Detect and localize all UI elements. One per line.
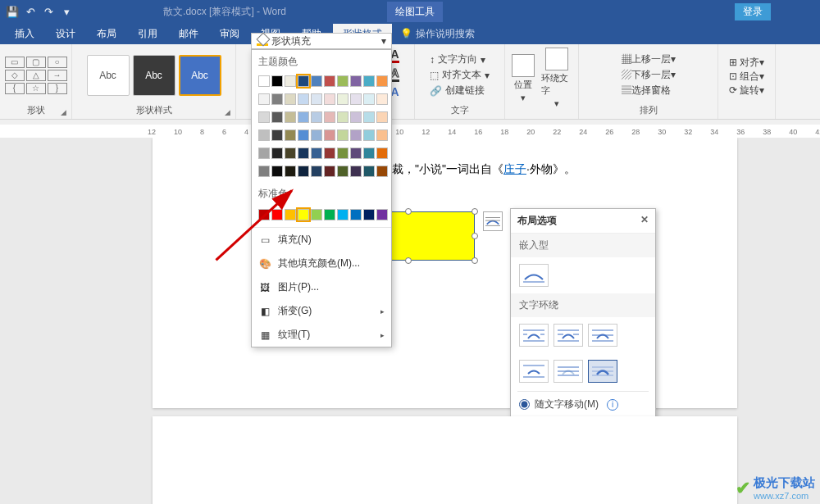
theme-tint-swatch[interactable] <box>258 111 270 123</box>
shape-style-gallery[interactable]: Abc Abc Abc <box>87 48 221 102</box>
theme-tint-swatch[interactable] <box>376 148 388 159</box>
theme-tint-swatch[interactable] <box>363 111 375 123</box>
rotate-button[interactable]: ⟳ 旋转▾ <box>729 84 764 98</box>
theme-tint-swatch[interactable] <box>363 129 375 141</box>
theme-tint-swatch[interactable] <box>337 111 348 123</box>
layout-front-option[interactable] <box>588 360 617 383</box>
theme-tint-swatch[interactable] <box>376 129 388 141</box>
texture-fill-item[interactable]: ▦纹理(T)▸ <box>252 323 391 347</box>
theme-tint-swatch[interactable] <box>258 129 270 141</box>
theme-color-swatch[interactable] <box>376 75 388 87</box>
theme-tint-swatch[interactable] <box>363 93 375 105</box>
standard-color-swatch[interactable] <box>298 209 309 220</box>
picture-fill-item[interactable]: 🖼图片(P)... <box>252 275 391 299</box>
theme-tint-swatch[interactable] <box>298 166 309 177</box>
standard-color-swatch[interactable] <box>285 209 296 220</box>
bring-forward-button[interactable]: ▦上移一层▾ <box>622 52 676 66</box>
tab-mail[interactable]: 邮件 <box>169 24 208 44</box>
no-fill-item[interactable]: ▭填充(N) <box>252 228 391 252</box>
align-text-button[interactable]: ⬚对齐文本▾ <box>430 68 490 82</box>
page-1[interactable]: 文学体裁，"小说"一词出自《庄子·外物》。 布局选项 ✕ 嵌入型 文字环 <box>153 138 737 408</box>
layout-tight-option[interactable] <box>554 324 583 347</box>
theme-tint-swatch[interactable] <box>324 129 335 141</box>
theme-tint-swatch[interactable] <box>298 148 309 159</box>
layout-square-option[interactable] <box>519 324 549 347</box>
tab-layout[interactable]: 布局 <box>87 24 126 44</box>
theme-color-swatch[interactable] <box>350 75 362 87</box>
theme-tint-swatch[interactable] <box>376 111 388 123</box>
standard-color-swatch[interactable] <box>311 209 322 220</box>
theme-tint-swatch[interactable] <box>350 166 362 177</box>
theme-tint-swatch[interactable] <box>271 129 283 141</box>
theme-tint-swatch[interactable] <box>298 129 309 141</box>
theme-color-swatch[interactable] <box>311 75 322 87</box>
group-objects-button[interactable]: ⊡ 组合▾ <box>729 70 764 84</box>
dialog-launcher-icon[interactable]: ◢ <box>61 108 69 116</box>
tab-review[interactable]: 审阅 <box>210 24 249 44</box>
theme-tint-swatch[interactable] <box>350 111 362 123</box>
style-thumb-1[interactable]: Abc <box>87 55 130 96</box>
standard-color-swatch[interactable] <box>324 209 335 220</box>
theme-tint-swatch[interactable] <box>350 148 362 159</box>
theme-tint-swatch[interactable] <box>337 166 348 177</box>
standard-color-swatch[interactable] <box>258 209 270 220</box>
theme-tint-swatch[interactable] <box>311 93 322 105</box>
save-icon[interactable]: 💾 <box>5 4 20 19</box>
layout-through-option[interactable] <box>588 324 617 347</box>
theme-tint-swatch[interactable] <box>337 148 348 159</box>
theme-tint-swatch[interactable] <box>271 93 283 105</box>
theme-tint-swatch[interactable] <box>337 129 348 141</box>
theme-tint-swatch[interactable] <box>285 93 296 105</box>
tab-references[interactable]: 引用 <box>128 24 167 44</box>
close-icon[interactable]: ✕ <box>640 214 649 228</box>
login-button[interactable]: 登录 <box>735 3 771 20</box>
create-link-button[interactable]: 🔗创建链接 <box>430 84 490 98</box>
theme-color-swatch[interactable] <box>337 75 348 87</box>
layout-inline-option[interactable] <box>519 264 549 287</box>
theme-tint-swatch[interactable] <box>311 129 322 141</box>
theme-tint-swatch[interactable] <box>376 166 388 177</box>
standard-color-swatch[interactable] <box>271 209 283 220</box>
theme-tint-swatch[interactable] <box>376 93 388 105</box>
theme-tint-swatch[interactable] <box>285 166 296 177</box>
align-button[interactable]: ⊞ 对齐▾ <box>729 56 764 70</box>
theme-tint-swatch[interactable] <box>271 148 283 159</box>
theme-tint-swatch[interactable] <box>271 111 283 123</box>
qat-more-icon[interactable]: ▾ <box>59 4 74 19</box>
move-with-text-radio[interactable]: 随文字移动(M)i <box>511 393 655 415</box>
theme-tint-swatch[interactable] <box>258 166 270 177</box>
theme-tint-swatch[interactable] <box>311 166 322 177</box>
text-direction-button[interactable]: ↕文字方向▾ <box>430 52 490 66</box>
layout-behind-option[interactable] <box>554 360 583 383</box>
position-button[interactable]: 位置▾ <box>512 54 535 103</box>
wrap-text-button[interactable]: 环绕文字▾ <box>541 48 572 109</box>
theme-tint-swatch[interactable] <box>285 148 296 159</box>
hyperlink-zhuangzi[interactable]: 庄子 <box>503 162 526 175</box>
theme-tint-swatch[interactable] <box>285 111 296 123</box>
theme-color-swatch[interactable] <box>271 75 283 87</box>
theme-tint-swatch[interactable] <box>285 129 296 141</box>
dialog-launcher-icon[interactable]: ◢ <box>225 108 233 116</box>
style-thumb-2[interactable]: Abc <box>133 55 175 96</box>
theme-tint-swatch[interactable] <box>363 166 375 177</box>
theme-tint-swatch[interactable] <box>298 93 309 105</box>
shapes-gallery[interactable]: ▭▢○ ◇△→ {☆} <box>5 57 67 94</box>
theme-color-swatch[interactable] <box>298 75 309 87</box>
theme-tint-swatch[interactable] <box>258 148 270 159</box>
shape-fill-button[interactable]: 形状填充 ▾ <box>251 33 392 49</box>
theme-tint-swatch[interactable] <box>311 148 322 159</box>
theme-color-swatch[interactable] <box>363 75 375 87</box>
theme-tint-swatch[interactable] <box>298 111 309 123</box>
theme-tint-swatch[interactable] <box>363 148 375 159</box>
more-fill-colors-item[interactable]: 🎨其他填充颜色(M)... <box>252 252 391 275</box>
theme-tint-swatch[interactable] <box>324 111 335 123</box>
theme-color-swatch[interactable] <box>258 75 270 87</box>
gradient-fill-item[interactable]: ◧渐变(G)▸ <box>252 299 391 323</box>
standard-color-swatch[interactable] <box>337 209 348 220</box>
theme-tint-swatch[interactable] <box>258 93 270 105</box>
theme-tint-swatch[interactable] <box>324 148 335 159</box>
theme-color-swatch[interactable] <box>285 75 296 87</box>
tell-me-search[interactable]: 💡 操作说明搜索 <box>400 27 475 41</box>
style-thumb-3[interactable]: Abc <box>179 55 221 96</box>
theme-tint-swatch[interactable] <box>311 111 322 123</box>
